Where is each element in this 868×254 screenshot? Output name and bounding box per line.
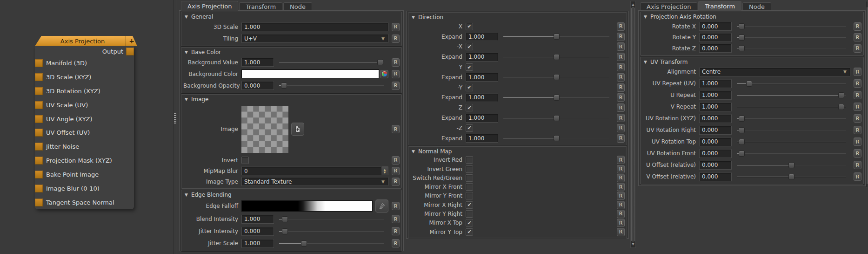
- reset-button[interactable]: R: [854, 103, 861, 111]
- dropdown[interactable]: Centre▼: [699, 68, 850, 76]
- value-field[interactable]: 0.000: [699, 126, 732, 135]
- input-port[interactable]: [35, 129, 43, 137]
- reset-button[interactable]: R: [854, 149, 861, 158]
- reset-button[interactable]: R: [854, 79, 861, 88]
- reset-button[interactable]: R: [392, 23, 400, 31]
- spinner-arrows-icon[interactable]: ▲▼: [381, 166, 388, 175]
- slider-handle[interactable]: [554, 95, 560, 101]
- slider[interactable]: [503, 135, 609, 141]
- reset-button[interactable]: R: [392, 215, 400, 223]
- slider[interactable]: [503, 74, 609, 80]
- reset-button[interactable]: R: [617, 201, 625, 209]
- tab-node[interactable]: Node: [283, 2, 312, 11]
- checkbox[interactable]: [466, 174, 473, 182]
- reset-button[interactable]: R: [854, 91, 861, 99]
- reset-button[interactable]: R: [617, 210, 625, 218]
- section-header-edge-blending[interactable]: ▼Edge Blending: [183, 191, 400, 199]
- checkbox[interactable]: ✔: [466, 219, 473, 227]
- slider-handle[interactable]: [739, 116, 745, 122]
- reset-button[interactable]: R: [617, 22, 625, 31]
- checkbox[interactable]: ✔: [466, 43, 473, 50]
- section-header-base-color[interactable]: ▼Base Color: [183, 48, 400, 56]
- tab-axis-projection[interactable]: Axis Projection: [181, 1, 238, 11]
- checkbox[interactable]: ✔: [466, 23, 473, 30]
- value-field[interactable]: 0.000: [699, 44, 732, 53]
- slider-handle[interactable]: [554, 115, 560, 121]
- checkbox[interactable]: ✔: [466, 63, 473, 71]
- slider[interactable]: [279, 216, 384, 222]
- slider-handle[interactable]: [739, 127, 745, 133]
- slider[interactable]: [503, 115, 609, 121]
- value-field[interactable]: 0.000: [241, 81, 274, 90]
- reset-button[interactable]: R: [854, 114, 861, 123]
- checkbox[interactable]: [466, 156, 473, 164]
- reset-button[interactable]: R: [854, 172, 861, 181]
- reset-button[interactable]: R: [392, 227, 400, 235]
- reset-button[interactable]: R: [392, 34, 400, 43]
- value-field[interactable]: 1.000: [466, 73, 498, 82]
- slider[interactable]: [737, 23, 846, 29]
- slider-handle[interactable]: [554, 74, 560, 80]
- reset-button[interactable]: R: [617, 42, 625, 51]
- reset-button[interactable]: R: [617, 192, 625, 200]
- checkbox[interactable]: ✔: [466, 104, 473, 111]
- section-header-general[interactable]: ▼General: [183, 13, 400, 21]
- value-field[interactable]: 0.000: [699, 33, 732, 42]
- reset-button[interactable]: R: [392, 167, 400, 175]
- reset-button[interactable]: R: [617, 63, 625, 71]
- reset-button[interactable]: R: [854, 161, 861, 169]
- color-swatch[interactable]: [241, 69, 379, 78]
- slider-handle[interactable]: [282, 216, 288, 222]
- slider[interactable]: [737, 81, 846, 87]
- scroll-down-icon[interactable]: ▼: [631, 242, 635, 247]
- value-field[interactable]: 1.000: [466, 32, 498, 41]
- output-port[interactable]: [126, 48, 134, 55]
- checkbox[interactable]: [466, 192, 473, 199]
- checkbox[interactable]: [241, 157, 249, 164]
- slider-handle[interactable]: [746, 81, 752, 87]
- vertical-scrollbar[interactable]: [866, 1, 868, 187]
- reset-button[interactable]: R: [392, 178, 400, 186]
- reset-button[interactable]: R: [617, 103, 625, 112]
- section-header-image[interactable]: ▼Image: [183, 95, 400, 103]
- dropdown[interactable]: Standard Texture▼: [241, 177, 388, 186]
- input-port[interactable]: [35, 87, 43, 95]
- scrollbar-thumb[interactable]: [867, 7, 868, 184]
- node-add-button[interactable]: +: [126, 36, 137, 46]
- input-port[interactable]: [35, 199, 43, 206]
- reset-button[interactable]: R: [617, 83, 625, 92]
- input-port[interactable]: [35, 185, 43, 192]
- reset-button[interactable]: R: [392, 82, 400, 90]
- reset-button[interactable]: R: [854, 68, 861, 76]
- slider-handle[interactable]: [838, 92, 844, 98]
- value-field[interactable]: 0.000: [699, 114, 732, 123]
- input-port[interactable]: [35, 73, 43, 81]
- tab-transform[interactable]: Transform: [239, 2, 282, 11]
- section-header-direction[interactable]: ▼Direction: [410, 13, 625, 21]
- checkbox[interactable]: ✔: [466, 228, 473, 236]
- slider-handle[interactable]: [301, 240, 307, 247]
- slider[interactable]: [737, 174, 846, 180]
- slider[interactable]: [737, 92, 846, 98]
- slider-handle[interactable]: [739, 139, 745, 145]
- slider-handle[interactable]: [739, 23, 745, 29]
- spin-field[interactable]: 0▲▼: [241, 166, 388, 175]
- reset-button[interactable]: R: [617, 33, 625, 41]
- slider[interactable]: [279, 228, 384, 234]
- value-field[interactable]: 1.000: [699, 103, 732, 111]
- tab-node[interactable]: Node: [742, 2, 771, 11]
- value-field[interactable]: 1.000: [466, 93, 498, 102]
- checkbox[interactable]: ✔: [466, 84, 473, 91]
- slider[interactable]: [737, 127, 846, 133]
- value-field[interactable]: 0.000: [699, 137, 732, 146]
- reset-button[interactable]: R: [617, 183, 625, 191]
- value-field[interactable]: 1.000: [466, 53, 498, 62]
- value-field[interactable]: 1.000: [466, 134, 498, 143]
- color-picker-button[interactable]: [380, 70, 388, 78]
- edit-curve-button[interactable]: [375, 199, 388, 213]
- slider[interactable]: [737, 162, 846, 168]
- input-port[interactable]: [35, 171, 43, 178]
- spin-down-icon[interactable]: ▼: [384, 171, 386, 174]
- slider-handle[interactable]: [282, 228, 288, 234]
- input-port[interactable]: [35, 59, 43, 67]
